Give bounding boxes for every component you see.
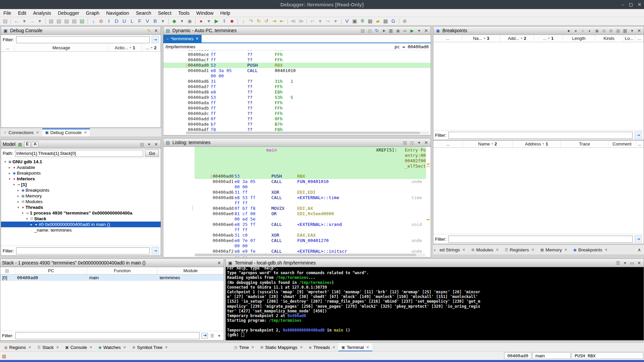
sessions-icon[interactable]: ◉ xyxy=(186,17,193,25)
column-header-length[interactable]: Length xyxy=(563,35,595,42)
toggle-breakpoints-icon[interactable]: ◐ xyxy=(587,28,593,33)
tree-node-_name[interactable]: ◦_name: termmines xyxy=(1,227,161,233)
tab-connections[interactable]: ✓Connections✕ xyxy=(1,128,42,136)
close-tab-icon[interactable]: ✕ xyxy=(56,345,59,350)
undefine-icon[interactable]: U xyxy=(121,17,127,25)
close-icon[interactable]: ✕ xyxy=(423,140,429,145)
edit-mode-icon[interactable]: E xyxy=(24,141,31,147)
program-copy-icon[interactable]: ▤ xyxy=(48,17,54,25)
track-location-icon[interactable]: ▦ xyxy=(388,28,394,33)
copy-icon[interactable]: ▤ xyxy=(402,140,408,145)
close-icon[interactable]: ✕ xyxy=(153,28,159,33)
dropdown-icon[interactable]: ▾ xyxy=(622,260,628,265)
column-header-[interactable]: ... xyxy=(636,140,644,147)
clear-console-icon[interactable]: ✎ xyxy=(146,28,152,33)
paste-icon[interactable]: ▥ xyxy=(367,28,373,33)
listing-row[interactable]: 00 ed 5e xyxy=(163,217,431,222)
disassembly-row[interactable]: 00400adbff??FFh xyxy=(163,106,431,111)
disassembly-row-current[interactable]: 00400ad053PUSHRBX xyxy=(163,63,431,68)
maximize-button[interactable]: ▢ xyxy=(629,2,633,7)
expander-icon[interactable]: ▸ xyxy=(16,200,20,203)
expander-icon[interactable]: ▾ xyxy=(7,177,12,181)
filter-options-icon[interactable]: ⇥ xyxy=(152,247,159,254)
disassembly-row[interactable]: 00 00 xyxy=(163,73,431,79)
close-tab-icon[interactable]: ✕ xyxy=(366,345,369,350)
menu-dropdown-icon[interactable]: ▾ xyxy=(629,28,635,33)
tab-time[interactable]: ◷Time✕ xyxy=(231,343,257,352)
expander-icon[interactable]: ▾ xyxy=(16,205,20,209)
redo-icon[interactable]: ↪ xyxy=(325,17,331,25)
close-tab-icon[interactable]: ✕ xyxy=(604,248,607,252)
forward-dropdown-icon[interactable]: ▾ xyxy=(37,17,43,25)
tab-symbol-tree[interactable]: ⊛Symbol Tree✕ xyxy=(129,343,171,352)
close-icon[interactable]: ✕ xyxy=(423,28,429,33)
expander-icon[interactable]: ▾ xyxy=(20,211,25,215)
record-icon[interactable]: ● xyxy=(198,17,204,25)
close-icon[interactable]: ✕ xyxy=(636,28,642,33)
menu-graph[interactable]: Graph xyxy=(83,9,103,17)
listing-row[interactable]: 00400ae081 cf 00OREDI,0x5eed0000 xyxy=(163,211,431,217)
dynamic-horizontal-scrollbar[interactable] xyxy=(185,131,429,134)
model-filter-input[interactable] xyxy=(16,247,150,254)
column-header-message[interactable]: Message xyxy=(14,44,108,51)
undo-icon[interactable]: ↩ xyxy=(309,17,316,25)
variable-icon[interactable]: V xyxy=(144,17,151,25)
decompile-icon[interactable]: ※ xyxy=(359,17,366,25)
register-view-icon[interactable]: ▦ xyxy=(382,17,389,25)
settings-dropdown-icon[interactable]: ▾ xyxy=(216,333,222,338)
listing-row[interactable]: ff ff xyxy=(163,227,431,233)
step-over-icon[interactable]: ↷ xyxy=(248,17,254,25)
step-out-icon[interactable]: ↻ xyxy=(256,17,262,25)
back-icon[interactable]: ← xyxy=(13,17,20,25)
program-export-icon[interactable]: ▤ xyxy=(79,17,85,25)
tree-node-stack[interactable]: ▾☰Stack xyxy=(1,216,161,222)
listing-horizontal-scrollbar[interactable] xyxy=(195,253,425,256)
dropdown-icon[interactable]: ▾ xyxy=(146,142,152,147)
disassembly-row[interactable]: 00400adeb7??B7h xyxy=(163,122,431,127)
column-header-pc[interactable]: PC xyxy=(15,267,87,274)
tree-node-threads[interactable]: ▾●Threads xyxy=(1,204,161,210)
tab-threads[interactable]: ◈Threads✕ xyxy=(306,343,338,352)
column-settings-icon[interactable]: ☰ xyxy=(209,333,215,338)
tree-node-gnu[interactable]: ▾▣GNU gdb 14.1 xyxy=(1,159,161,165)
disassembly-row[interactable]: 00400ad8e8??E8h xyxy=(163,89,431,95)
column-header-name[interactable]: Name▼2 xyxy=(463,140,513,147)
close-icon[interactable]: ✕ xyxy=(636,260,642,265)
minimize-button[interactable]: – xyxy=(622,2,624,7)
column-header-module[interactable]: Module xyxy=(158,267,224,274)
minimize-icon[interactable]: ▭ xyxy=(629,260,635,265)
expander-icon[interactable]: ▸ xyxy=(7,166,12,169)
tab-ed-strings[interactable]: ed Strings✕ xyxy=(437,245,469,254)
close-icon[interactable]: ✕ xyxy=(216,260,222,265)
listing-row[interactable]: 00 00 xyxy=(163,184,431,190)
table-icon[interactable]: ▦ xyxy=(17,142,23,147)
make-effective-icon[interactable]: ◉ xyxy=(594,28,600,33)
menu-dropdown-icon[interactable]: ▾ xyxy=(416,28,422,33)
skip-back-icon[interactable]: ≪ xyxy=(290,17,297,25)
close-tab-icon[interactable]: ✕ xyxy=(531,248,534,252)
ghidra-icon[interactable]: G xyxy=(390,17,396,25)
disassembly-row[interactable]: 00400acfff??FFh xyxy=(163,57,431,63)
listing-row-current[interactable]: 00400ad053PUSHRBX xyxy=(163,174,431,179)
letters-dropdown-icon[interactable]: ▾ xyxy=(160,17,166,25)
listing-row[interactable]: 00400ad631 ffXOREDI,EDI xyxy=(163,190,431,195)
bookmark-icon[interactable]: B xyxy=(152,17,158,25)
expander-icon[interactable]: ▾ xyxy=(25,217,29,221)
go-button[interactable]: Go xyxy=(145,149,159,157)
tab-registers[interactable]: ☰Registers✕ xyxy=(502,245,537,254)
menu-file[interactable]: File xyxy=(0,9,14,17)
byte-viewer-icon[interactable]: ▣ xyxy=(352,17,358,25)
clear-all-breakpoints-icon[interactable]: ○ xyxy=(580,28,586,33)
tab-stack[interactable]: ☰Stack✕ xyxy=(34,343,62,352)
data-icon[interactable]: D xyxy=(113,17,120,25)
column-header-[interactable]: ... xyxy=(635,35,644,42)
scroll-tabs-left-button[interactable]: ‹ xyxy=(433,245,437,254)
tab-console[interactable]: ▣Console✕ xyxy=(62,343,95,352)
close-tab-icon[interactable]: ✕ xyxy=(564,248,567,252)
tree-node-memory[interactable]: ▸▦Memory xyxy=(1,193,161,199)
interpreter-icon[interactable]: ⊛ xyxy=(401,17,408,25)
column-header-lo[interactable]: Lo... xyxy=(623,35,635,42)
close-tab-icon[interactable]: ✕ xyxy=(165,345,168,350)
column-header-function[interactable]: Function xyxy=(87,267,158,274)
menu-edit[interactable]: Edit xyxy=(14,9,30,17)
